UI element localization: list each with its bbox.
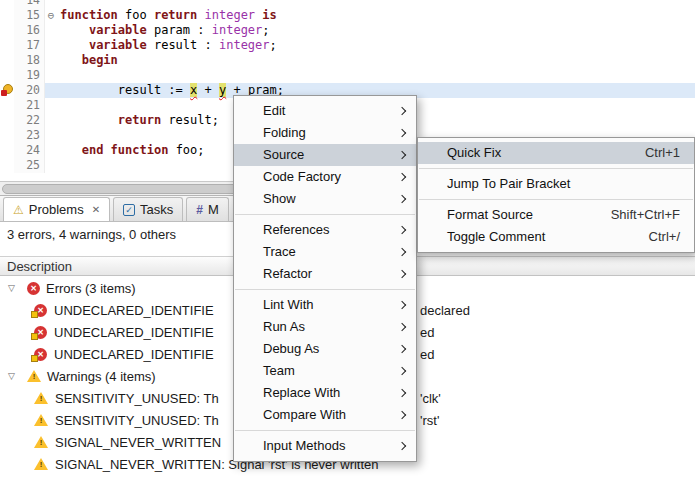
menu-item-label: Quick Fix bbox=[447, 145, 501, 160]
error-icon: ✕ bbox=[27, 282, 40, 295]
error-icon: ✕ bbox=[34, 348, 47, 361]
editor-line-19[interactable]: 19 bbox=[0, 68, 695, 83]
tab-problems[interactable]: ⚠ Problems ✕ bbox=[3, 197, 110, 221]
line-number[interactable]: 16 bbox=[14, 23, 45, 38]
problem-text: SIGNAL_NEVER_WRITTEN bbox=[55, 435, 221, 450]
problem-text-continuation: declared bbox=[420, 303, 470, 318]
annotation-ruler[interactable] bbox=[0, 83, 14, 98]
menu-item-format-source[interactable]: Format SourceShift+Ctrl+F bbox=[418, 204, 694, 226]
annotation-ruler[interactable] bbox=[0, 0, 14, 8]
menu-item-label: Refactor bbox=[263, 266, 312, 281]
editor-line-15[interactable]: 15⊖function foo return integer is bbox=[0, 8, 695, 23]
menu-separator bbox=[235, 430, 415, 431]
submenu-arrow-icon bbox=[398, 248, 406, 256]
expand-arrow-icon[interactable]: ▽ bbox=[8, 371, 21, 381]
submenu-arrow-icon bbox=[398, 195, 406, 203]
line-number[interactable]: 19 bbox=[14, 68, 45, 83]
line-number[interactable]: 17 bbox=[14, 38, 45, 53]
menu-item-edit[interactable]: Edit bbox=[234, 100, 416, 122]
error-quickfix-icon[interactable] bbox=[1, 83, 13, 96]
menu-shortcut: Shift+Ctrl+F bbox=[611, 204, 680, 226]
line-number[interactable]: 23 bbox=[14, 128, 45, 143]
line-number[interactable]: 25 bbox=[14, 158, 45, 173]
submenu-arrow-icon bbox=[398, 411, 406, 419]
line-number[interactable]: 18 bbox=[14, 53, 45, 68]
menu-item-label: Replace With bbox=[263, 385, 340, 400]
editor-line-17[interactable]: 17 variable result : integer; bbox=[0, 38, 695, 53]
annotation-ruler[interactable] bbox=[0, 113, 14, 128]
submenu-arrow-icon bbox=[398, 367, 406, 375]
menu-item-compare-with[interactable]: Compare With bbox=[234, 404, 416, 426]
fold-marker-icon[interactable]: ⊖ bbox=[45, 8, 57, 23]
tab-problems-label: Problems bbox=[29, 202, 84, 217]
code-line-text[interactable]: begin bbox=[57, 53, 695, 68]
warning-icon: ! bbox=[34, 436, 48, 448]
code-line-text[interactable] bbox=[57, 68, 695, 83]
expand-arrow-icon[interactable]: ▽ bbox=[8, 283, 21, 293]
menu-item-input-methods[interactable]: Input Methods bbox=[234, 435, 416, 457]
menu-item-jump-to-pair-bracket[interactable]: Jump To Pair Bracket bbox=[418, 173, 694, 195]
code-line-text[interactable]: variable result : integer; bbox=[57, 38, 695, 53]
menu-item-refactor[interactable]: Refactor bbox=[234, 263, 416, 285]
fold-marker-icon bbox=[45, 143, 57, 158]
menu-separator bbox=[235, 214, 415, 215]
line-number[interactable]: 21 bbox=[14, 98, 45, 113]
problem-text: Warnings (4 items) bbox=[47, 369, 156, 384]
menu-item-source[interactable]: Source bbox=[234, 144, 416, 166]
fold-marker-icon bbox=[45, 113, 57, 128]
annotation-ruler[interactable] bbox=[0, 38, 14, 53]
code-line-text[interactable] bbox=[57, 0, 695, 8]
annotation-ruler[interactable] bbox=[0, 68, 14, 83]
line-number[interactable]: 22 bbox=[14, 113, 45, 128]
menu-item-debug-as[interactable]: Debug As bbox=[234, 338, 416, 360]
annotation-ruler[interactable] bbox=[0, 98, 14, 113]
menu-item-lint-with[interactable]: Lint With bbox=[234, 294, 416, 316]
menu-item-trace[interactable]: Trace bbox=[234, 241, 416, 263]
menu-item-label: Show bbox=[263, 191, 296, 206]
line-number[interactable]: 20 bbox=[14, 83, 45, 98]
menu-item-code-factory[interactable]: Code Factory bbox=[234, 166, 416, 188]
menu-item-label: Lint With bbox=[263, 297, 314, 312]
problem-text: UNDECLARED_IDENTIFIE bbox=[54, 325, 214, 340]
menu-item-label: References bbox=[263, 222, 329, 237]
tab-tasks[interactable]: ✓ Tasks bbox=[113, 197, 183, 221]
menu-item-quick-fix[interactable]: Quick FixCtrl+1 bbox=[418, 142, 694, 164]
problem-text: UNDECLARED_IDENTIFIE bbox=[54, 303, 214, 318]
menu-item-show[interactable]: Show bbox=[234, 188, 416, 210]
tasks-icon: ✓ bbox=[123, 204, 135, 216]
menu-item-label: Folding bbox=[263, 125, 306, 140]
annotation-ruler[interactable] bbox=[0, 128, 14, 143]
line-number[interactable]: 24 bbox=[14, 143, 45, 158]
tab-markers[interactable]: # M bbox=[186, 197, 229, 221]
menu-item-references[interactable]: References bbox=[234, 219, 416, 241]
menu-item-label: Compare With bbox=[263, 407, 346, 422]
annotation-ruler[interactable] bbox=[0, 53, 14, 68]
menu-item-run-as[interactable]: Run As bbox=[234, 316, 416, 338]
annotation-ruler[interactable] bbox=[0, 8, 14, 23]
menu-item-replace-with[interactable]: Replace With bbox=[234, 382, 416, 404]
warning-icon: ! bbox=[27, 370, 41, 382]
problem-text: UNDECLARED_IDENTIFIE bbox=[54, 347, 214, 362]
fold-marker-icon bbox=[45, 158, 57, 173]
line-number[interactable]: 15 bbox=[14, 8, 45, 23]
problem-text-continuation: 'clk' bbox=[420, 391, 441, 406]
menu-item-toggle-comment[interactable]: Toggle CommentCtrl+/ bbox=[418, 226, 694, 248]
code-line-text[interactable]: variable param : integer; bbox=[57, 23, 695, 38]
tab-tasks-label: Tasks bbox=[140, 202, 173, 217]
editor-line-18[interactable]: 18 begin bbox=[0, 53, 695, 68]
menu-item-team[interactable]: Team bbox=[234, 360, 416, 382]
annotation-ruler[interactable] bbox=[0, 143, 14, 158]
submenu-arrow-icon bbox=[398, 270, 406, 278]
menu-item-folding[interactable]: Folding bbox=[234, 122, 416, 144]
menu-separator bbox=[419, 168, 693, 169]
editor-line-14[interactable]: 14 bbox=[0, 0, 695, 8]
editor-line-16[interactable]: 16 variable param : integer; bbox=[0, 23, 695, 38]
annotation-ruler[interactable] bbox=[0, 23, 14, 38]
problems-icon: ⚠ bbox=[13, 204, 24, 216]
menu-item-label: Jump To Pair Bracket bbox=[447, 176, 570, 191]
menu-shortcut: Ctrl+/ bbox=[649, 226, 680, 248]
close-tab-icon[interactable]: ✕ bbox=[92, 204, 100, 215]
annotation-ruler[interactable] bbox=[0, 158, 14, 173]
line-number[interactable]: 14 bbox=[14, 0, 45, 8]
code-line-text[interactable]: function foo return integer is bbox=[57, 8, 695, 23]
